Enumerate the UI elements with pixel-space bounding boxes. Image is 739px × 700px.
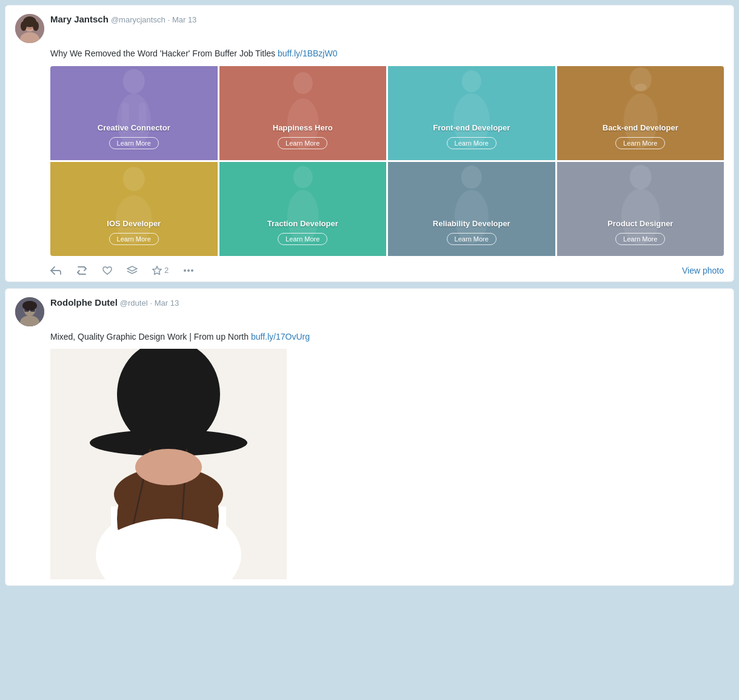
retweet-action[interactable]	[76, 266, 88, 275]
author-name-2: Rodolphe Dutel	[50, 297, 118, 308]
cell-label-6: Reliability Developer	[433, 219, 510, 228]
svg-rect-32	[24, 309, 29, 312]
retweet-icon	[76, 266, 88, 275]
svg-rect-33	[30, 309, 35, 312]
grid-cell-inner-6: Reliability Developer Learn More	[388, 162, 555, 256]
author-name-1: Mary Jantsch	[50, 14, 109, 24]
svg-point-5	[33, 21, 39, 31]
svg-point-25	[184, 269, 186, 272]
tweet-meta-2: Rodolphe Dutel @rdutel · Mar 13	[50, 297, 179, 308]
cell-btn-3[interactable]: Learn More	[615, 137, 665, 149]
tweet-meta-1: Mary Jantsch @marycjantsch · Mar 13	[50, 14, 196, 24]
grid-cell-0: Creative Connector Learn More	[50, 66, 218, 160]
buffer-action[interactable]	[127, 266, 138, 275]
buffer-icon	[127, 266, 138, 275]
tweet-link-2[interactable]: buff.ly/17OvUrg	[251, 332, 310, 342]
view-photo-link[interactable]: View photo	[682, 266, 724, 275]
cell-btn-0[interactable]: Learn More	[109, 137, 159, 149]
tweet-date-1: · Mar 13	[168, 15, 197, 24]
cell-btn-2[interactable]: Learn More	[447, 137, 497, 149]
tweet-link-1[interactable]: buff.ly/1BBzjW0	[278, 49, 338, 58]
favorite-icon	[102, 266, 112, 275]
avatar-mary	[15, 14, 44, 43]
grid-cell-inner-5: Traction Developer Learn More	[219, 162, 387, 256]
svg-point-27	[191, 269, 193, 272]
grid-cell-4: IOS Developer Learn More	[50, 162, 218, 256]
star-count: 2	[164, 266, 169, 275]
cell-btn-5[interactable]: Learn More	[278, 233, 327, 245]
author-handle-1: @marycjantsch	[111, 15, 166, 24]
star-icon	[152, 266, 162, 275]
cell-btn-7[interactable]: Learn More	[615, 233, 665, 245]
grid-cell-6: Reliability Developer Learn More	[388, 162, 555, 256]
grid-cell-inner-0: Creative Connector Learn More	[50, 66, 218, 160]
cell-label-1: Happiness Hero	[273, 123, 333, 132]
hat-person-container	[50, 349, 287, 579]
actions-left-1: 2	[50, 266, 194, 275]
grid-cell-3: Back-end Developer Learn More	[557, 66, 724, 160]
reply-icon	[50, 266, 61, 275]
tweet-text-1: Why We Removed the Word 'Hacker' From Bu…	[50, 48, 724, 60]
reply-action[interactable]	[50, 266, 61, 275]
hat-person-svg	[50, 349, 287, 579]
tweet-actions-1: 2 View photo	[50, 262, 724, 275]
cell-btn-4[interactable]: Learn More	[109, 233, 159, 245]
tweet-image-grid: Creative Connector Learn More Happiness …	[50, 66, 724, 256]
cell-btn-1[interactable]: Learn More	[278, 137, 327, 149]
cell-label-7: Product Designer	[607, 219, 673, 228]
tweet-author-line-2: Rodolphe Dutel @rdutel · Mar 13	[50, 297, 179, 308]
grid-cell-5: Traction Developer Learn More	[219, 162, 387, 256]
cell-label-2: Front-end Developer	[433, 123, 510, 132]
grid-cell-inner-1: Happiness Hero Learn More	[219, 66, 387, 160]
svg-point-46	[135, 449, 202, 485]
tweet-card-1: Mary Jantsch @marycjantsch · Mar 13 Why …	[5, 5, 734, 282]
cell-label-3: Back-end Developer	[603, 123, 678, 132]
heart-action[interactable]	[102, 266, 112, 275]
more-icon	[183, 269, 194, 272]
tweet-header-1: Mary Jantsch @marycjantsch · Mar 13	[15, 14, 724, 43]
tweet-date-2: · Mar 13	[150, 298, 179, 308]
svg-point-4	[21, 21, 27, 31]
cell-label-0: Creative Connector	[98, 123, 170, 132]
grid-cell-inner-4: IOS Developer Learn More	[50, 162, 218, 256]
tweet-author-line-1: Mary Jantsch @marycjantsch · Mar 13	[50, 14, 196, 24]
avatar-rodolphe	[15, 297, 44, 326]
svg-point-26	[187, 269, 190, 272]
grid-cell-inner-7: Product Designer Learn More	[557, 162, 724, 256]
tweet-card-2: Rodolphe Dutel @rdutel · Mar 13 Mixed, Q…	[5, 288, 734, 587]
grid-cell-7: Product Designer Learn More	[557, 162, 724, 256]
tweet-image-single	[50, 349, 724, 579]
grid-cell-1: Happiness Hero Learn More	[219, 66, 387, 160]
cell-label-5: Traction Developer	[267, 219, 338, 228]
cell-btn-6[interactable]: Learn More	[447, 233, 497, 245]
author-handle-2: @rdutel	[120, 298, 148, 308]
grid-cell-inner-2: Front-end Developer Learn More	[388, 66, 555, 160]
tweet-header-2: Rodolphe Dutel @rdutel · Mar 13	[15, 297, 724, 326]
grid-cell-inner-3: Back-end Developer Learn More	[557, 66, 724, 160]
tweet-text-2: Mixed, Quality Graphic Design Work | Fro…	[50, 331, 724, 343]
cell-label-4: IOS Developer	[107, 219, 161, 228]
grid-cell-2: Front-end Developer Learn More	[388, 66, 555, 160]
more-action[interactable]	[183, 269, 194, 272]
star-action[interactable]: 2	[152, 266, 169, 275]
